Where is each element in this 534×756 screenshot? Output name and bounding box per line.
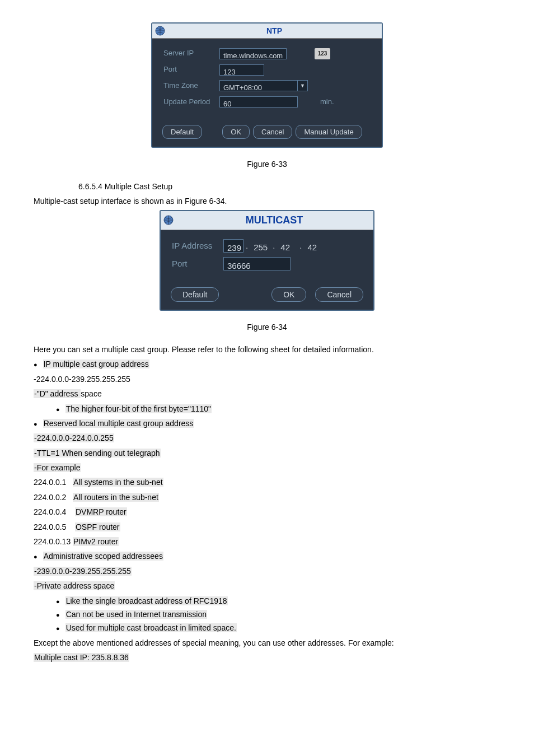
port-input[interactable]: 123 — [219, 64, 264, 76]
chevron-down-icon[interactable]: ▼ — [298, 80, 308, 91]
update-period-input[interactable]: 60 — [219, 96, 298, 108]
list-item: Like the single broadcast address of RFC… — [56, 595, 500, 607]
time-zone-label: Time Zone — [163, 80, 219, 92]
body-line: 224.0.0.2 All routers in the sub-net — [34, 491, 500, 503]
body-intro: Here you can set a multiple cast group. … — [34, 343, 500, 356]
multicast-dialog-header: MULTICAST — [161, 211, 373, 230]
body-line: 224.0.0.13 PIMv2 router — [34, 535, 500, 548]
cancel-button[interactable]: Cancel — [253, 125, 292, 139]
list-item: Administrative scoped addressees — [34, 550, 500, 562]
multicast-dialog: MULTICAST IP Address 239 . 255 . 42 . 42… — [160, 210, 374, 311]
update-period-label: Update Period — [163, 96, 219, 108]
list-item: Reserved local multiple cast group addre… — [34, 417, 500, 430]
ntp-dialog-title: NTP — [169, 25, 380, 37]
multicast-dialog-body: IP Address 239 . 255 . 42 . 42 Port 3666… — [161, 230, 373, 282]
ip-octet-1-input[interactable]: 239 — [223, 239, 243, 253]
multicast-dialog-title: MULTICAST — [177, 212, 371, 228]
ntp-dialog-body: Server IP time.windows.com 123 Port 123 … — [152, 39, 382, 119]
default-button[interactable]: Default — [171, 287, 219, 302]
body-line: -224.0.0.0-239.255.255.255 — [34, 373, 500, 385]
ip-dot: . — [299, 239, 302, 253]
body-line: 224.0.0.1 All systems in the sub-net — [34, 476, 500, 488]
ok-button[interactable]: OK — [271, 287, 306, 302]
body-line: 224.0.0.4 DVMRP router — [34, 506, 500, 518]
ntp-dialog-header: NTP — [152, 24, 382, 39]
port-label: Port — [172, 257, 223, 270]
body-line: -For example — [34, 461, 500, 474]
default-button[interactable]: Default — [162, 125, 202, 139]
server-ip-input[interactable]: time.windows.com — [219, 48, 287, 59]
body-line: 224.0.0.5 OSPF router — [34, 521, 500, 533]
ip-address-label: IP Address — [172, 239, 223, 253]
intro-text: Multiple-cast setup interface is shown a… — [34, 195, 500, 207]
ip-octet-2-input[interactable]: 255 — [250, 239, 270, 253]
cancel-button[interactable]: Cancel — [315, 287, 363, 302]
ntp-dialog: NTP Server IP time.windows.com 123 Port … — [151, 22, 383, 148]
figure-caption-634: Figure 6-34 — [34, 321, 500, 333]
figure-caption-633: Figure 6-33 — [34, 158, 500, 170]
ip-octet-4-input[interactable]: 42 — [305, 239, 325, 253]
ip-octet-3-input[interactable]: 42 — [277, 239, 297, 253]
ip-dot: . — [273, 239, 275, 253]
multicast-dialog-footer: Default OK Cancel — [161, 282, 373, 310]
time-zone-select[interactable]: GMT+08:00 — [219, 80, 298, 91]
body-line: -239.0.0.0-239.255.255.255 — [34, 565, 500, 577]
globe-icon — [154, 25, 166, 36]
server-ip-label: Server IP — [163, 48, 219, 59]
list-item: The higher four-bit of the first byte="1… — [56, 403, 500, 415]
manual-update-button[interactable]: Manual Update — [296, 125, 362, 139]
globe-icon — [163, 214, 174, 226]
ip-dot: . — [246, 239, 248, 253]
port-label: Port — [163, 64, 219, 76]
update-period-unit: min. — [320, 96, 334, 108]
body-line: -Private address space — [34, 580, 500, 592]
body-line: Multiple cast IP: 235.8.8.36 — [34, 651, 500, 664]
ok-button[interactable]: OK — [222, 125, 250, 139]
list-item: Used for multiple cast broadcast in limi… — [56, 622, 500, 634]
list-item: IP multiple cast group address — [34, 358, 500, 370]
ntp-dialog-footer: Default OK Cancel Manual Update — [152, 119, 382, 147]
section-heading: 6.6.5.4 Multiple Cast Setup — [78, 182, 172, 191]
body-line: -224.0.0.0-224.0.0.255 — [34, 432, 500, 444]
body-line: -"D" address space — [34, 388, 500, 400]
soft-keyboard-icon[interactable]: 123 — [315, 48, 330, 59]
body-paragraph: Except the above mentioned addresses of … — [34, 637, 500, 649]
port-input[interactable]: 36666 — [223, 257, 291, 270]
list-item: Can not be used in Internet transmission — [56, 608, 500, 620]
body-line: -TTL=1 When sending out telegraph — [34, 447, 500, 459]
